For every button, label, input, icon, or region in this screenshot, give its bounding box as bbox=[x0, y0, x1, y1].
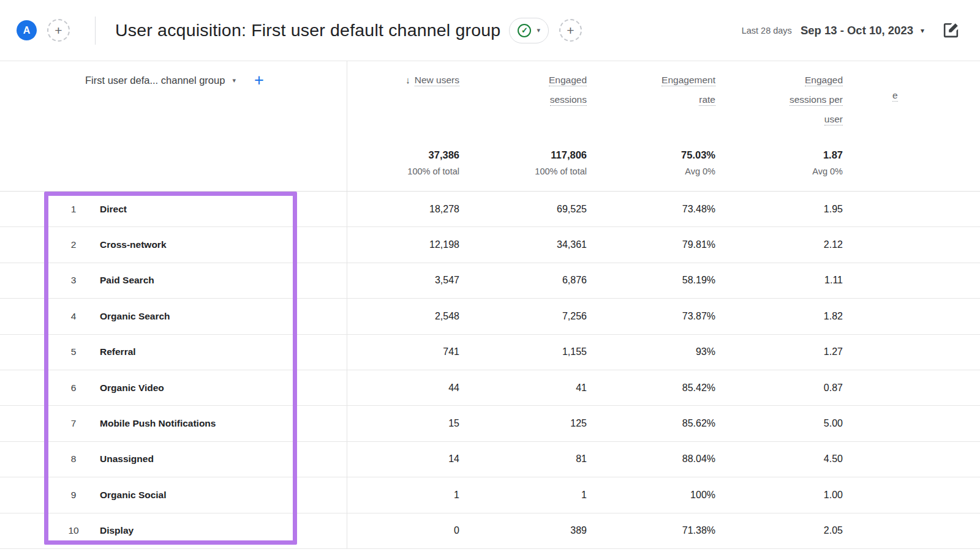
total-engaged-sessions-per-user: 1.87 Avg 0% bbox=[730, 138, 858, 191]
cell-engaged-sessions-per-user: 2.12 bbox=[730, 227, 858, 262]
add-filter-button[interactable]: + bbox=[559, 19, 582, 42]
plus-icon: + bbox=[567, 24, 574, 37]
row-index: 10 bbox=[53, 525, 94, 536]
cell-engaged-sessions-per-user: 1.11 bbox=[730, 263, 858, 298]
add-dimension-button[interactable]: + bbox=[254, 72, 264, 89]
avatar[interactable]: A bbox=[17, 20, 37, 40]
total-new-users: 37,386 100% of total bbox=[347, 138, 474, 191]
channel-name: Paid Search bbox=[100, 275, 154, 286]
channel-name: Cross-network bbox=[100, 239, 167, 250]
cell-engagement-rate: 58.19% bbox=[601, 263, 730, 298]
cell-engaged-sessions: 41 bbox=[474, 370, 601, 405]
cell-engagement-rate: 88.04% bbox=[601, 442, 730, 477]
cell-new-users: 14 bbox=[347, 442, 474, 477]
chevron-down-icon: ▾ bbox=[537, 26, 540, 34]
cell-new-users: 2,548 bbox=[347, 299, 474, 334]
table-row[interactable]: 3 Paid Search 3,547 6,876 58.19% 1.11 bbox=[0, 263, 980, 299]
vertical-divider bbox=[95, 17, 96, 45]
table-row[interactable]: 9 Organic Social 1 1 100% 1.00 bbox=[0, 477, 980, 513]
channel-name: Unassigned bbox=[100, 454, 154, 465]
row-index: 4 bbox=[53, 311, 94, 322]
date-range-picker[interactable]: Last 28 days Sep 13 - Oct 10, 2023 ▾ bbox=[742, 24, 924, 37]
cell-engaged-sessions-per-user: 2.05 bbox=[730, 513, 858, 548]
channel-name: Organic Search bbox=[100, 311, 170, 322]
cell-new-users: 15 bbox=[347, 406, 474, 441]
total-engaged-sessions: 117,806 100% of total bbox=[474, 138, 601, 191]
totals-dimension-cell bbox=[0, 138, 347, 191]
total-engagement-rate: 75.03% Avg 0% bbox=[601, 138, 730, 191]
channel-name: Mobile Push Notifications bbox=[100, 418, 216, 429]
cell-new-users: 12,198 bbox=[347, 227, 474, 262]
cell-engaged-sessions-per-user: 0.87 bbox=[730, 370, 858, 405]
report-status-button[interactable]: ✓ ▾ bbox=[509, 18, 549, 43]
cell-engaged-sessions: 1,155 bbox=[474, 335, 601, 370]
table-header-row: First user defa... channel group ▾ + ↓Ne… bbox=[0, 61, 980, 138]
date-range-value: Sep 13 - Oct 10, 2023 bbox=[801, 24, 913, 37]
cell-engagement-rate: 85.42% bbox=[601, 370, 730, 405]
cell-engagement-rate: 79.81% bbox=[601, 227, 730, 262]
cell-engaged-sessions-per-user: 1.00 bbox=[730, 477, 858, 512]
cell-engaged-sessions-per-user: 4.50 bbox=[730, 442, 858, 477]
check-circle-icon: ✓ bbox=[518, 24, 531, 37]
row-index: 7 bbox=[53, 418, 94, 429]
plus-icon: + bbox=[55, 24, 62, 37]
add-comparison-button[interactable]: + bbox=[47, 19, 70, 42]
table-row[interactable]: 5 Referral 741 1,155 93% 1.27 bbox=[0, 335, 980, 370]
channel-name: Direct bbox=[100, 204, 127, 215]
table-row[interactable]: 10 Display 0 389 71.38% 2.05 bbox=[0, 513, 980, 549]
column-header-engagement-rate[interactable]: Engagement rate bbox=[601, 61, 730, 138]
cell-new-users: 3,547 bbox=[347, 263, 474, 298]
page-title: User acquisition: First user default cha… bbox=[115, 20, 500, 40]
cell-engaged-sessions: 389 bbox=[474, 513, 601, 548]
table-row[interactable]: 8 Unassigned 14 81 88.04% 4.50 bbox=[0, 442, 980, 477]
dimension-header-cell: First user defa... channel group ▾ + bbox=[0, 61, 347, 138]
channel-name: Organic Social bbox=[100, 490, 167, 501]
row-index: 2 bbox=[53, 239, 94, 250]
cell-engagement-rate: 71.38% bbox=[601, 513, 730, 548]
channel-name: Display bbox=[100, 525, 134, 536]
dimension-selector[interactable]: First user defa... channel group bbox=[85, 70, 225, 90]
column-header-engaged-sessions[interactable]: Engaged sessions bbox=[474, 61, 601, 138]
row-index: 1 bbox=[53, 204, 94, 215]
row-index: 6 bbox=[53, 383, 94, 394]
cell-engaged-sessions-per-user: 1.95 bbox=[730, 192, 858, 226]
table-row[interactable]: 6 Organic Video 44 41 85.42% 0.87 bbox=[0, 370, 980, 406]
cell-engaged-sessions: 125 bbox=[474, 406, 601, 441]
row-index: 8 bbox=[53, 454, 94, 465]
cell-engaged-sessions: 69,525 bbox=[474, 192, 601, 226]
chevron-down-icon: ▾ bbox=[921, 26, 924, 35]
cell-engaged-sessions: 81 bbox=[474, 442, 601, 477]
table-row[interactable]: 4 Organic Search 2,548 7,256 73.87% 1.82 bbox=[0, 299, 980, 334]
cell-new-users: 0 bbox=[347, 513, 474, 548]
channel-name: Organic Video bbox=[100, 383, 164, 394]
edit-report-icon bbox=[941, 21, 960, 40]
row-index: 9 bbox=[53, 490, 94, 501]
chevron-down-icon[interactable]: ▾ bbox=[232, 70, 236, 90]
table-row[interactable]: 1 Direct 18,278 69,525 73.48% 1.95 bbox=[0, 192, 980, 227]
table-row[interactable]: 2 Cross-network 12,198 34,361 79.81% 2.1… bbox=[0, 227, 980, 263]
cell-engagement-rate: 73.48% bbox=[601, 192, 730, 226]
cell-engagement-rate: 85.62% bbox=[601, 406, 730, 441]
cell-engaged-sessions: 6,876 bbox=[474, 263, 601, 298]
cell-engagement-rate: 100% bbox=[601, 477, 730, 512]
sort-descending-icon: ↓ bbox=[405, 75, 410, 85]
cell-engaged-sessions-per-user: 1.82 bbox=[730, 299, 858, 334]
cell-new-users: 44 bbox=[347, 370, 474, 405]
cell-new-users: 1 bbox=[347, 477, 474, 512]
cell-engaged-sessions: 1 bbox=[474, 477, 601, 512]
date-preset-label: Last 28 days bbox=[742, 26, 792, 35]
report-table: First user defa... channel group ▾ + ↓Ne… bbox=[0, 61, 980, 549]
totals-row: 37,386 100% of total 117,806 100% of tot… bbox=[0, 138, 980, 192]
cell-new-users: 18,278 bbox=[347, 192, 474, 226]
row-index: 3 bbox=[53, 275, 94, 286]
cell-new-users: 741 bbox=[347, 335, 474, 370]
customize-report-button[interactable] bbox=[941, 21, 960, 40]
cell-engaged-sessions: 34,361 bbox=[474, 227, 601, 262]
report-header: A + User acquisition: First user default… bbox=[0, 0, 980, 61]
cell-engagement-rate: 73.87% bbox=[601, 299, 730, 334]
column-header-new-users[interactable]: ↓New users bbox=[347, 61, 474, 138]
table-row[interactable]: 7 Mobile Push Notifications 15 125 85.62… bbox=[0, 406, 980, 441]
row-index: 5 bbox=[53, 346, 94, 357]
cell-engaged-sessions-per-user: 1.27 bbox=[730, 335, 858, 370]
column-header-engaged-sessions-per-user[interactable]: Engaged sessions per user bbox=[730, 61, 858, 138]
